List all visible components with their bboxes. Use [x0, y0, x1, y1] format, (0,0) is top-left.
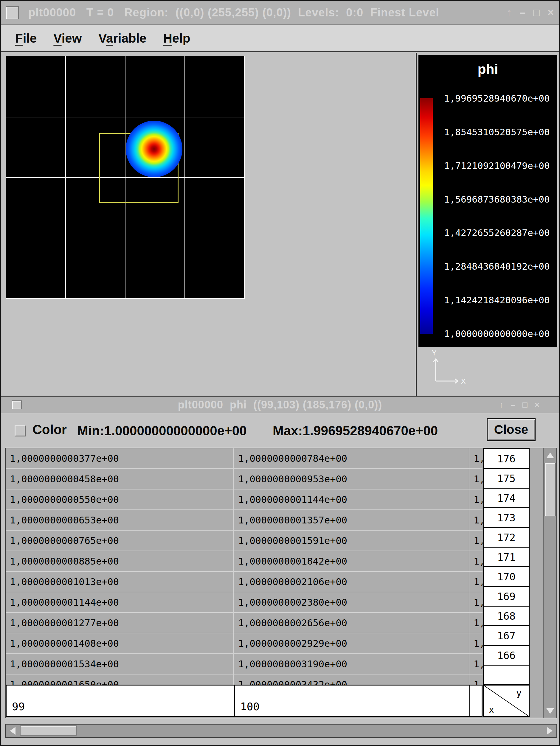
axis-orientation-icon: Y X	[424, 348, 472, 391]
column-header-cell: 99	[6, 685, 235, 717]
row-index-cell: 173	[483, 507, 530, 528]
grid-cell: 1,	[469, 530, 482, 551]
dialog-titlebar[interactable]: plt00000 phi ((99,103) (185,176) (0,0)) …	[1, 397, 559, 413]
row-index-cell: 175	[483, 468, 530, 489]
maximize-icon[interactable]: □	[523, 400, 528, 410]
minimize-icon[interactable]: –	[520, 6, 526, 19]
window-menu-icon[interactable]	[6, 6, 19, 19]
table-row: 1,0000000000765e+001,0000000001591e+001,	[6, 530, 482, 551]
row-index-cell	[483, 665, 530, 685]
row-index-cell: 172	[483, 527, 530, 548]
maximize-icon[interactable]: □	[533, 6, 540, 19]
column-header-stub	[469, 685, 482, 717]
grid-cell: 1,0000000000550e+00	[6, 489, 234, 510]
vertical-scrollbar[interactable]	[543, 448, 556, 718]
svg-text:X: X	[461, 377, 466, 386]
grid-line	[6, 298, 245, 299]
minimize-icon[interactable]: –	[510, 400, 515, 410]
grid-cell: 1,	[469, 551, 482, 572]
axis-corner-cell: y x	[483, 685, 530, 717]
shade-icon[interactable]: ↑	[499, 400, 503, 410]
grid-cell: 1,0000000000458e+00	[6, 469, 234, 489]
scroll-down-arrow[interactable]	[544, 704, 556, 718]
window-controls: ↑ – □ ×	[506, 1, 554, 24]
dialog-title: plt00000 phi ((99,103) (185,176) (0,0))	[1, 397, 559, 413]
row-index-cell: 167	[483, 625, 530, 646]
plot-canvas[interactable]	[6, 56, 245, 299]
amrvis-window: plt00000 T = 0 Region: ((0,0) (255,255) …	[0, 0, 560, 746]
column-header-cell: 100	[234, 685, 470, 717]
grid-cell: 1,0000000003432e+00	[234, 675, 469, 685]
colorbar-tick-label: 1,7121092100479e+00	[444, 161, 550, 171]
grid-cell: 1,0000000001591e+00	[234, 530, 469, 551]
min-value-label: Min:1.00000000000000e+00	[77, 423, 247, 438]
svg-text:y: y	[516, 688, 522, 698]
menu-help[interactable]: Help	[163, 31, 190, 46]
close-icon[interactable]: ×	[548, 6, 554, 19]
row-index-cell: 170	[483, 566, 530, 587]
grid-cell: 1,0000000003190e+00	[234, 654, 469, 675]
main-window-title: plt00000 T = 0 Region: ((0,0) (255,255) …	[28, 1, 439, 24]
shade-icon[interactable]: ↑	[506, 6, 512, 19]
vertical-scroll-thumb[interactable]	[544, 463, 556, 516]
triangle-right-icon	[547, 727, 553, 735]
grid-cell: 1,0000000001013e+00	[6, 572, 234, 592]
triangle-up-icon	[546, 453, 554, 458]
grid-cell: 1,	[469, 654, 482, 675]
grid-cell: 1,0000000002929e+00	[234, 633, 469, 654]
row-index-column: 176175174173172171170169168167166	[483, 448, 530, 685]
menu-bar: File View Variable Help	[1, 25, 559, 52]
palette-panel: phi 1,9969528940670e+00 1,8545310520575e…	[416, 53, 560, 396]
menu-file[interactable]: File	[15, 31, 37, 46]
grid-cell: 1,0000000000784e+00	[234, 448, 469, 469]
grid-cell: 1,0000000001144e+00	[234, 489, 469, 510]
colorbar-tick-label: 1,9969528940670e+00	[444, 93, 550, 104]
colorbar-tick-label: 1,0000000000000e+00	[444, 328, 550, 339]
grid-cell: 1,0000000002380e+00	[234, 592, 469, 613]
table-row: 1,0000000001650e+001,0000000003432e+001,	[6, 675, 482, 685]
grid-cell: 1,	[469, 469, 482, 489]
grid-line	[6, 117, 245, 117]
grid-cell: 1,	[469, 675, 482, 685]
colorbar-tick-label: 1,8545310520575e+00	[444, 127, 550, 137]
grid-cell: 1,	[469, 448, 482, 469]
grid-rows: 1,0000000000377e+001,0000000000784e+001,…	[6, 448, 482, 685]
svg-text:x: x	[489, 705, 494, 715]
row-index-cell: 171	[483, 547, 530, 567]
table-row: 1,0000000000653e+001,0000000001357e+001,	[6, 510, 482, 530]
max-value-label: Max:1.9969528940670e+00	[273, 423, 438, 438]
phi-field-blob	[126, 121, 183, 177]
close-button[interactable]: Close	[487, 418, 536, 441]
row-index-cell: 174	[483, 488, 530, 508]
column-header-label: 99	[12, 700, 25, 713]
grid-cell: 1,	[469, 633, 482, 654]
colorbar-tick-label: 1,2848436840192e+00	[444, 261, 550, 271]
svg-text:Y: Y	[431, 348, 437, 357]
grid-cell: 1,	[469, 572, 482, 592]
table-row: 1,0000000000550e+001,0000000001144e+001,	[6, 489, 482, 510]
grid-cell: 1,0000000001277e+00	[6, 613, 234, 633]
colorbar-gradient	[420, 98, 433, 334]
table-row: 1,0000000000885e+001,0000000001842e+001,	[6, 551, 482, 572]
grid-cell: 1,	[469, 613, 482, 633]
menu-variable[interactable]: Variable	[99, 31, 146, 46]
close-icon[interactable]: ×	[535, 400, 539, 410]
menu-view[interactable]: View	[53, 31, 82, 46]
scroll-right-arrow[interactable]	[543, 724, 556, 737]
colorbar-tick-label: 1,4272655260287e+00	[444, 228, 550, 238]
dataset-dialog: plt00000 phi ((99,103) (185,176) (0,0)) …	[1, 396, 559, 746]
colorbar-tick-label: 1,1424218420096e+00	[444, 295, 550, 305]
row-index-cell: 166	[483, 645, 530, 665]
grid-cell: 1,0000000000953e+00	[234, 469, 469, 489]
grid-cell: 1,	[469, 510, 482, 530]
horizontal-scrollbar[interactable]	[5, 724, 557, 738]
grid-cell: 1,0000000000885e+00	[6, 551, 234, 572]
table-row: 1,0000000001144e+001,0000000002380e+001,	[6, 592, 482, 613]
scroll-up-arrow[interactable]	[544, 448, 556, 462]
grid-cell: 1,0000000000377e+00	[6, 448, 234, 469]
scroll-left-arrow[interactable]	[6, 724, 19, 737]
main-titlebar[interactable]: plt00000 T = 0 Region: ((0,0) (255,255) …	[1, 1, 559, 25]
table-row: 1,0000000001534e+001,0000000003190e+001,	[6, 654, 482, 675]
color-checkbox[interactable]	[15, 425, 26, 436]
horizontal-scroll-thumb[interactable]	[20, 725, 77, 736]
